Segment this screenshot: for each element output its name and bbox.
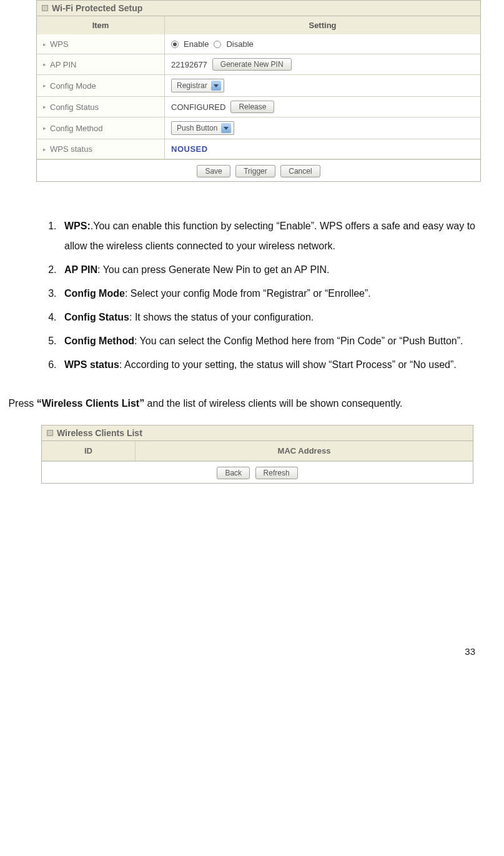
- square-icon: [42, 5, 48, 11]
- wps-panel: Wi-Fi Protected Setup Item Setting ▸ WPS…: [36, 0, 481, 182]
- chevron-right-icon: ▸: [43, 41, 46, 47]
- chevron-right-icon: ▸: [43, 104, 46, 110]
- cancel-button[interactable]: Cancel: [280, 165, 320, 177]
- generate-new-pin-button[interactable]: Generate New PIN: [212, 58, 292, 71]
- col-header-id: ID: [42, 441, 136, 460]
- label-config-status: ▸ Config Status: [37, 97, 165, 117]
- row-config-method: ▸ Config Method Push Button: [37, 117, 480, 139]
- table-header-row: Item Setting: [37, 16, 480, 34]
- wcl-footer: Back Refresh: [42, 461, 473, 483]
- row-wps: ▸ WPS Enable Disable: [37, 34, 480, 54]
- wps-panel-header: Wi-Fi Protected Setup: [37, 1, 480, 16]
- list-item: Config Status: It shows the status of yo…: [59, 307, 475, 327]
- setting-config-status: CONFIGURED Release: [165, 97, 480, 117]
- setting-wps: Enable Disable: [165, 34, 480, 54]
- label-wps-status: ▸ WPS status: [37, 139, 165, 159]
- radio-disable[interactable]: [214, 41, 221, 48]
- config-mode-select[interactable]: Registrar: [171, 79, 224, 92]
- config-method-select[interactable]: Push Button: [171, 121, 234, 135]
- wps-panel-title: Wi-Fi Protected Setup: [52, 3, 142, 13]
- setting-config-method: Push Button: [165, 117, 480, 139]
- chevron-down-icon: [221, 123, 231, 133]
- chevron-right-icon: ▸: [43, 61, 46, 67]
- wps-status-value: NOUSED: [171, 144, 208, 154]
- config-status-value: CONFIGURED: [171, 102, 225, 112]
- refresh-button[interactable]: Refresh: [255, 467, 298, 479]
- wcl-panel-header: Wireless Clients List: [42, 426, 473, 441]
- chevron-right-icon: ▸: [43, 82, 46, 89]
- wireless-clients-panel: Wireless Clients List ID MAC Address Bac…: [41, 425, 473, 484]
- list-item: WPS:.You can enable this function by sel…: [59, 216, 475, 256]
- list-item: WPS status: According to your setting, t…: [59, 355, 475, 375]
- chevron-right-icon: ▸: [43, 125, 46, 131]
- col-header-mac: MAC Address: [136, 441, 473, 460]
- save-button[interactable]: Save: [197, 165, 230, 177]
- wcl-header-row: ID MAC Address: [42, 441, 473, 461]
- setting-appin: 22192677 Generate New PIN: [165, 54, 480, 74]
- trigger-button[interactable]: Trigger: [235, 165, 275, 177]
- list-item: AP PIN: You can press Generate New Pin t…: [59, 260, 475, 280]
- label-wps: ▸ WPS: [37, 34, 165, 54]
- radio-enable-label: Enable: [184, 39, 209, 49]
- row-config-status: ▸ Config Status CONFIGURED Release: [37, 97, 480, 117]
- col-header-item: Item: [37, 16, 165, 34]
- label-appin: ▸ AP PIN: [37, 54, 165, 74]
- col-header-setting: Setting: [165, 16, 480, 34]
- square-icon: [47, 430, 53, 436]
- chevron-down-icon: [211, 81, 221, 91]
- wcl-panel-title: Wireless Clients List: [57, 428, 142, 438]
- radio-enable[interactable]: [171, 41, 179, 48]
- chevron-right-icon: ▸: [43, 146, 46, 152]
- row-appin: ▸ AP PIN 22192677 Generate New PIN: [37, 54, 480, 75]
- label-config-method: ▸ Config Method: [37, 117, 165, 139]
- label-config-mode: ▸ Config Mode: [37, 75, 165, 96]
- panel-footer: Save Trigger Cancel: [37, 159, 480, 181]
- back-button[interactable]: Back: [217, 467, 250, 479]
- radio-disable-label: Disable: [226, 39, 253, 49]
- setting-wps-status: NOUSED: [165, 139, 480, 159]
- release-button[interactable]: Release: [230, 101, 274, 113]
- list-item: Config Mode: Select your config Mode fro…: [59, 284, 475, 304]
- paragraph: Press “Wireless Clients List” and the li…: [6, 394, 475, 414]
- list-item: Config Method: You can select the Config…: [59, 331, 475, 351]
- row-config-mode: ▸ Config Mode Registrar: [37, 75, 480, 97]
- appin-value: 22192677: [171, 60, 207, 69]
- page-number: 33: [0, 646, 492, 657]
- row-wps-status: ▸ WPS status NOUSED: [37, 139, 480, 159]
- setting-config-mode: Registrar: [165, 75, 480, 96]
- description-list: WPS:.You can enable this function by sel…: [12, 216, 475, 375]
